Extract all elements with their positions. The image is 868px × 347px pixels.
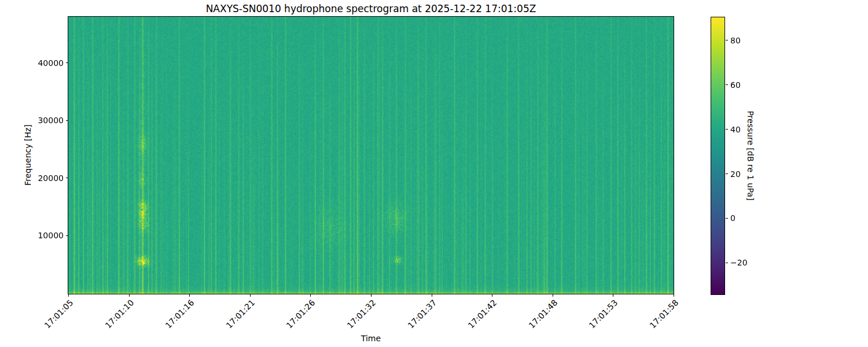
x-tick-mark	[432, 294, 432, 297]
x-tick-mark	[129, 294, 130, 297]
colorbar-tick-mark	[726, 174, 728, 174]
y-tick-mark	[66, 235, 68, 236]
x-tick-mark	[310, 294, 311, 297]
spectrogram-figure: NAXYS-SN0010 hydrophone spectrogram at 2…	[0, 0, 868, 347]
y-tick-mark	[66, 120, 68, 121]
y-tick-mark	[66, 178, 68, 178]
x-tick-mark	[371, 294, 372, 297]
x-tick-label: 17:01:37	[406, 298, 438, 330]
x-tick-mark	[189, 294, 190, 297]
x-tick-label: 17:01:48	[527, 298, 559, 330]
x-tick-label: 17:01:16	[164, 298, 196, 330]
colorbar-tick-mark	[726, 40, 728, 40]
colorbar-tick-label: 80	[730, 35, 741, 46]
colorbar-tick-label: −20	[730, 257, 748, 268]
x-tick-label: 17:01:58	[648, 298, 681, 330]
x-tick-label: 17:01:05	[43, 298, 75, 330]
x-tick-mark	[674, 294, 674, 297]
x-tick-mark	[613, 294, 613, 297]
x-tick-mark	[250, 294, 251, 297]
colorbar-tick-label: 60	[730, 80, 741, 90]
x-tick-label: 17:01:21	[224, 298, 256, 330]
x-tick-label: 17:01:26	[285, 298, 317, 330]
colorbar-tick-mark	[726, 218, 728, 219]
y-tick-label: 10000	[34, 230, 64, 241]
x-tick-label: 17:01:53	[587, 298, 620, 330]
plot-border	[68, 16, 674, 294]
x-axis-label: Time	[68, 334, 674, 343]
chart-title: NAXYS-SN0010 hydrophone spectrogram at 2…	[68, 3, 674, 14]
x-tick-mark	[68, 294, 69, 297]
y-axis-label: Frequency [Hz]	[23, 124, 32, 186]
y-tick-mark	[66, 62, 68, 63]
colorbar-label: Pressure [dB re 1 uPa]	[746, 110, 755, 200]
x-tick-label: 17:01:10	[103, 298, 135, 330]
y-tick-label: 20000	[34, 173, 64, 183]
colorbar-tick-label: 40	[730, 124, 741, 135]
x-tick-mark	[492, 294, 492, 297]
colorbar-border	[711, 17, 725, 295]
x-tick-label: 17:01:42	[466, 298, 499, 330]
x-tick-label: 17:01:32	[345, 298, 378, 330]
colorbar-tick-label: 20	[730, 169, 741, 179]
colorbar-tick-mark	[726, 129, 728, 130]
colorbar-tick-mark	[726, 263, 728, 263]
y-tick-label: 40000	[34, 58, 64, 68]
y-tick-label: 30000	[34, 115, 64, 125]
colorbar-tick-mark	[726, 84, 728, 85]
x-tick-mark	[553, 294, 553, 297]
colorbar-tick-label: 0	[730, 213, 735, 223]
